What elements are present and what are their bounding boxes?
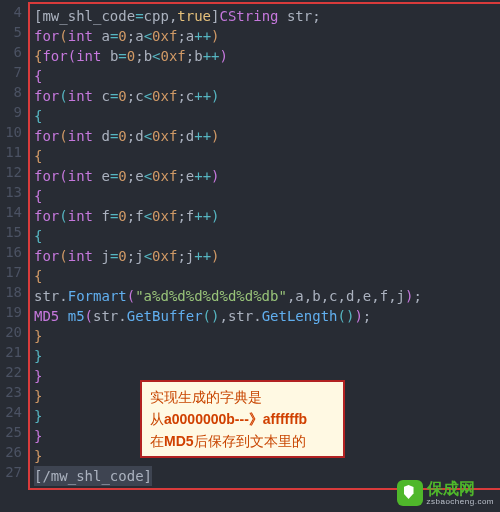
line-number: 4 <box>0 2 22 22</box>
code-token: c <box>186 88 194 104</box>
code-token: d <box>101 128 109 144</box>
code-token: ; <box>363 308 371 324</box>
code-token: } <box>34 448 42 464</box>
annotation-callout: 实现生成的字典是 从a0000000b---》affffffb 在MD5后保存到… <box>140 380 345 458</box>
code-token: a <box>135 28 143 44</box>
code-token: ; <box>127 168 135 184</box>
shield-icon <box>397 480 423 506</box>
line-number: 10 <box>0 122 22 142</box>
line-number: 23 <box>0 382 22 402</box>
code-token: d <box>186 128 194 144</box>
watermark-cn: 保成网 <box>427 481 494 497</box>
code-token: ; <box>177 168 185 184</box>
code-token: for <box>42 48 67 64</box>
code-line[interactable]: { <box>34 66 496 86</box>
code-line[interactable]: for(int c=0;c<0xf;c++) <box>34 86 496 106</box>
code-token: < <box>144 168 152 184</box>
code-token: , <box>388 288 396 304</box>
code-token: ( <box>203 308 211 324</box>
code-token: } <box>34 388 42 404</box>
callout-line1: 实现生成的字典是 <box>150 389 262 405</box>
line-number: 6 <box>0 42 22 62</box>
code-token: ; <box>177 208 185 224</box>
code-line[interactable]: str.Formart("a%d%d%d%d%d%d%db",a,b,c,d,e… <box>34 286 496 306</box>
code-token: ) <box>220 48 228 64</box>
code-line[interactable]: } <box>34 346 496 366</box>
code-token: < <box>144 128 152 144</box>
code-token: m5 <box>68 308 85 324</box>
code-token: int <box>68 248 102 264</box>
code-token: for <box>34 28 59 44</box>
line-number: 12 <box>0 162 22 182</box>
code-token: ( <box>59 28 67 44</box>
line-number: 19 <box>0 302 22 322</box>
code-line[interactable]: { <box>34 146 496 166</box>
code-token: 0xf <box>152 88 177 104</box>
code-token: b <box>312 288 320 304</box>
line-number: 26 <box>0 442 22 462</box>
code-line[interactable]: for(int d=0;d<0xf;d++) <box>34 126 496 146</box>
code-line[interactable]: {for(int b=0;b<0xf;b++) <box>34 46 496 66</box>
code-line[interactable]: } <box>34 326 496 346</box>
code-line[interactable]: { <box>34 186 496 206</box>
code-token: ++ <box>194 88 211 104</box>
code-token: int <box>68 168 102 184</box>
code-line[interactable]: { <box>34 226 496 246</box>
code-token: 0 <box>118 88 126 104</box>
code-token: str <box>34 288 59 304</box>
code-token: } <box>34 408 42 424</box>
code-token: < <box>144 28 152 44</box>
code-token: } <box>34 328 42 344</box>
code-token: 0xf <box>152 248 177 264</box>
code-line[interactable]: { <box>34 266 496 286</box>
line-number: 27 <box>0 462 22 482</box>
code-token: ; <box>127 208 135 224</box>
code-token: [/mw_shl_code] <box>34 468 152 484</box>
code-token: ; <box>127 28 135 44</box>
code-token: ( <box>68 48 76 64</box>
code-token: b <box>144 48 152 64</box>
code-token: ) <box>354 308 362 324</box>
code-token: ( <box>59 208 67 224</box>
code-token: Formart <box>68 288 127 304</box>
code-token: ++ <box>194 168 211 184</box>
code-line[interactable]: { <box>34 106 496 126</box>
code-line[interactable]: for(int a=0;a<0xf;a++) <box>34 26 496 46</box>
code-token: GetLength <box>262 308 338 324</box>
code-token: ; <box>177 28 185 44</box>
code-token: } <box>34 428 42 444</box>
code-line[interactable]: for(int j=0;j<0xf;j++) <box>34 246 496 266</box>
code-token: j <box>135 248 143 264</box>
code-token: ( <box>85 308 93 324</box>
code-line[interactable]: [mw_shl_code=cpp,true]CString str; <box>34 6 496 26</box>
code-token: a <box>101 28 109 44</box>
code-token: MD5 <box>34 308 68 324</box>
code-token: ) <box>211 208 219 224</box>
code-token: e <box>186 168 194 184</box>
line-number-gutter: 4567891011121314151617181920212223242526… <box>0 2 30 490</box>
code-token: true <box>177 8 211 24</box>
code-token: int <box>68 208 102 224</box>
code-token: , <box>371 288 379 304</box>
code-token: ; <box>312 8 320 24</box>
code-token: ++ <box>194 208 211 224</box>
selected-text[interactable]: [/mw_shl_code] <box>34 466 152 486</box>
code-token: } <box>34 348 42 364</box>
code-line[interactable]: for(int f=0;f<0xf;f++) <box>34 206 496 226</box>
code-token: d <box>135 128 143 144</box>
line-number: 20 <box>0 322 22 342</box>
code-token: { <box>34 228 42 244</box>
code-token: ) <box>211 88 219 104</box>
code-line[interactable]: for(int e=0;e<0xf;e++) <box>34 166 496 186</box>
line-number: 16 <box>0 242 22 262</box>
watermark-text: 保成网 zsbaocheng.com <box>427 481 494 506</box>
code-token: int <box>68 28 102 44</box>
line-number: 22 <box>0 362 22 382</box>
callout-line3-highlight: MD5 <box>164 433 194 449</box>
code-token: 0xf <box>152 28 177 44</box>
line-number: 24 <box>0 402 22 422</box>
code-line[interactable]: MD5 m5(str.GetBuffer(),str.GetLength()); <box>34 306 496 326</box>
line-number: 11 <box>0 142 22 162</box>
code-token: = <box>135 8 143 24</box>
code-token: ( <box>338 308 346 324</box>
